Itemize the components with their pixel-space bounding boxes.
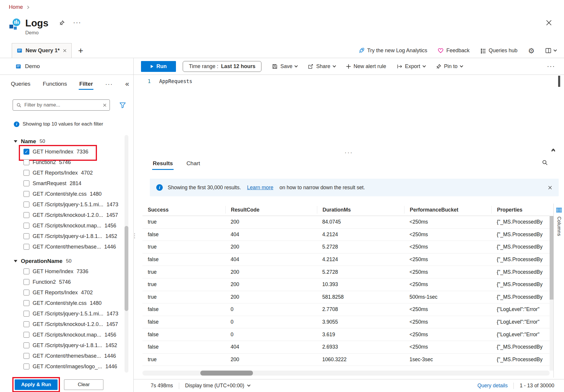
- checkbox[interactable]: [24, 191, 29, 197]
- table-row[interactable]: true 200 84.0745 <250ms {"_MS.ProcessedB…: [142, 216, 550, 229]
- scope-selector[interactable]: Demo: [0, 58, 134, 75]
- checkbox[interactable]: [24, 212, 29, 218]
- run-button[interactable]: Run: [141, 61, 176, 72]
- column-header-success[interactable]: Success: [142, 206, 225, 214]
- checkbox[interactable]: [24, 342, 29, 348]
- filter-item[interactable]: GET Reports/Index 4702: [0, 168, 133, 178]
- share-button[interactable]: Share: [308, 63, 335, 70]
- clear-button[interactable]: Clear: [64, 379, 103, 390]
- breadcrumb-home-link[interactable]: Home: [9, 4, 23, 10]
- filter-item[interactable]: GET /Content/images/logo_... 1446: [0, 361, 133, 372]
- time-range-button[interactable]: Time range : Last 12 hours: [183, 61, 261, 72]
- pin-icon[interactable]: [59, 20, 65, 26]
- table-row[interactable]: false 0 3.9055 <250ms {"LogLevel":"Error…: [142, 316, 550, 329]
- filter-item[interactable]: GET /Content/style.css 1480: [0, 298, 133, 308]
- filter-item[interactable]: SmartRequest 2814: [0, 178, 133, 189]
- results-vertical-scrollbar-thumb[interactable]: [550, 216, 553, 300]
- filter-item[interactable]: GET /Scripts/knockout-1.2.0... 1457: [0, 210, 133, 220]
- checkbox[interactable]: [24, 353, 29, 359]
- checkbox[interactable]: [24, 159, 29, 165]
- sidebar-tab-queries[interactable]: Queries: [11, 81, 31, 87]
- filter-item[interactable]: GET /Content/themes/base... 1446: [0, 351, 133, 361]
- query-editor[interactable]: 1 AppRequests: [134, 75, 564, 153]
- tab-new-query[interactable]: New Query 1*: [12, 43, 72, 58]
- more-icon[interactable]: ···: [73, 19, 81, 26]
- learn-more-link[interactable]: Learn more: [247, 185, 273, 191]
- queries-hub-button[interactable]: Queries hub: [480, 48, 518, 54]
- close-icon[interactable]: [545, 19, 552, 26]
- feedback-button[interactable]: Feedback: [438, 48, 469, 54]
- display-time-selector[interactable]: Display time (UTC+00:00): [185, 383, 250, 389]
- checkbox[interactable]: [24, 202, 29, 207]
- column-header-properties[interactable]: Properties: [491, 206, 550, 214]
- collapse-sidebar-icon[interactable]: «: [125, 81, 129, 87]
- table-row[interactable]: true 200 10.393 <250ms {"_MS.ProcessedBy: [142, 278, 550, 291]
- filter-item[interactable]: GET /Content/themes/base... 1446: [0, 241, 133, 252]
- tab-results[interactable]: Results: [152, 159, 174, 168]
- checkbox[interactable]: [24, 233, 29, 239]
- table-row[interactable]: false 404 4.2124 <250ms {"_MS.ProcessedB…: [142, 254, 550, 266]
- funnel-filter-icon[interactable]: [119, 102, 126, 109]
- layout-toggle[interactable]: [545, 48, 556, 54]
- filter-item[interactable]: GET /Scripts/knockout-1.2.0... 1457: [0, 319, 133, 330]
- sidebar-scrollbar[interactable]: [125, 135, 128, 373]
- checkbox[interactable]: [24, 149, 29, 155]
- query-details-link[interactable]: Query details: [477, 383, 508, 389]
- collapse-editor-icon[interactable]: [552, 149, 555, 151]
- filter-item[interactable]: Function2 5746: [0, 277, 133, 287]
- filter-group-header[interactable]: Name 50: [0, 136, 133, 146]
- toolbar-more-icon[interactable]: ···: [547, 62, 555, 70]
- table-row[interactable]: false 0 3.619 <250ms {"LogLevel":"Error": [142, 328, 550, 341]
- try-new-log-analytics-link[interactable]: Try the new Log Analytics: [358, 48, 427, 54]
- checkbox[interactable]: [24, 311, 29, 317]
- checkbox[interactable]: [24, 332, 29, 338]
- table-row[interactable]: false 404 4.2124 <250ms {"_MS.ProcessedB…: [142, 229, 550, 241]
- apply-and-run-button[interactable]: Apply & Run: [15, 379, 58, 390]
- new-alert-rule-button[interactable]: New alert rule: [346, 63, 386, 70]
- filter-item[interactable]: GET Home/Index 7336: [0, 146, 133, 157]
- filter-item[interactable]: GET /Scripts/knockout.map... 1456: [0, 220, 133, 231]
- checkbox[interactable]: [24, 321, 29, 327]
- save-button[interactable]: Save: [272, 63, 297, 70]
- export-button[interactable]: Export: [397, 63, 425, 70]
- editor-scrollbar-thumb[interactable]: [558, 76, 560, 87]
- add-tab-button[interactable]: +: [78, 46, 83, 55]
- table-row[interactable]: true 200 5.2728 <250ms {"_MS.ProcessedBy: [142, 266, 550, 278]
- results-vertical-scrollbar[interactable]: [550, 216, 553, 371]
- filter-item[interactable]: GET /Scripts/jquery-ui-1.8.1... 1452: [0, 340, 133, 351]
- checkbox[interactable]: [24, 180, 29, 186]
- tab-chart[interactable]: Chart: [186, 159, 201, 168]
- checkbox[interactable]: [24, 170, 29, 176]
- table-row[interactable]: true 200 5.2728 <250ms {"_MS.ProcessedBy: [142, 241, 550, 254]
- sidebar-more-icon[interactable]: ···: [105, 81, 113, 87]
- column-header-resultcode[interactable]: ResultCode: [225, 206, 317, 214]
- filter-group-header[interactable]: OperationName 50: [0, 256, 133, 266]
- filter-item[interactable]: GET /Scripts/jquery-1.5.1.mi... 1473: [0, 308, 133, 319]
- checkbox[interactable]: [24, 268, 29, 274]
- filter-item[interactable]: GET /Content/style.css 1480: [0, 189, 133, 199]
- table-row[interactable]: true 200 1060.3222 1sec-3sec {"_MS.Proce…: [142, 354, 550, 366]
- column-header-durationms[interactable]: DurationMs: [317, 206, 404, 214]
- pin-to-button[interactable]: Pin to: [436, 63, 463, 70]
- filter-item[interactable]: GET Home/Index 7336: [0, 266, 133, 277]
- filter-item[interactable]: GET /Scripts/jquery-ui-1.8.1... 1452: [0, 231, 133, 241]
- table-row[interactable]: false 404 2.6933 <250ms {"_MS.ProcessedB…: [142, 341, 550, 354]
- sidebar-tab-filter[interactable]: Filter: [79, 81, 93, 87]
- close-banner-icon[interactable]: [548, 185, 552, 190]
- columns-side-panel[interactable]: Columns: [553, 204, 564, 378]
- checkbox[interactable]: [24, 223, 29, 229]
- sidebar-tab-functions[interactable]: Functions: [43, 81, 67, 87]
- checkbox[interactable]: [24, 290, 29, 295]
- checkbox[interactable]: [24, 244, 29, 250]
- filter-item[interactable]: Function2 5746: [0, 157, 133, 168]
- clear-search-icon[interactable]: [103, 103, 107, 107]
- table-row[interactable]: false 0 2.7708 <250ms {"LogLevel":"Error…: [142, 303, 550, 316]
- filter-item[interactable]: GET /Scripts/jquery-1.5.1.mi... 1473: [0, 199, 133, 210]
- close-tab-icon[interactable]: [63, 49, 67, 53]
- column-header-performancebucket[interactable]: PerformanceBucket: [404, 206, 491, 214]
- filter-search-box[interactable]: [13, 99, 110, 111]
- results-horizontal-scrollbar-thumb[interactable]: [200, 371, 253, 376]
- sidebar-scrollbar-thumb[interactable]: [125, 226, 128, 311]
- filter-search-input[interactable]: [24, 102, 100, 108]
- checkbox[interactable]: [24, 364, 29, 369]
